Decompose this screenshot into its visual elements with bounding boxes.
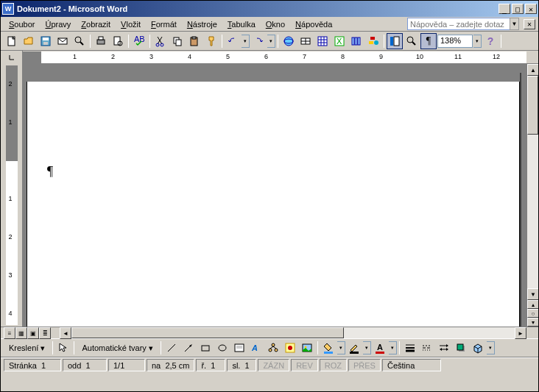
hyperlink-button[interactable] xyxy=(281,33,297,49)
line-color-button[interactable] xyxy=(346,340,362,356)
oval-button[interactable] xyxy=(214,340,230,356)
fill-color-dropdown[interactable]: ▾ xyxy=(337,341,345,354)
help-search-dropdown[interactable]: ▼ xyxy=(510,18,519,30)
undo-dropdown[interactable]: ▾ xyxy=(242,35,250,48)
close-button[interactable]: ✕ xyxy=(525,4,537,14)
menu-upravy[interactable]: Úpravy xyxy=(40,18,76,30)
menu-vlozit[interactable]: Vložit xyxy=(116,18,146,30)
scroll-down-button[interactable]: ▼ xyxy=(527,288,539,300)
excel-button[interactable]: X xyxy=(331,33,348,49)
help-button[interactable]: ? xyxy=(482,33,499,49)
redo-dropdown[interactable]: ▾ xyxy=(267,35,275,48)
fill-color-button[interactable] xyxy=(320,340,337,356)
paste-button[interactable] xyxy=(186,33,202,49)
menu-tabulka[interactable]: Tabulka xyxy=(222,18,261,30)
scroll-left-button[interactable]: ◄ xyxy=(60,327,71,339)
status-rec[interactable]: ZÁZN xyxy=(258,359,289,371)
open-button[interactable] xyxy=(21,33,37,49)
copy-button[interactable] xyxy=(169,33,186,49)
save-button[interactable] xyxy=(38,33,54,49)
horizontal-ruler[interactable]: 1 2 3 4 5 6 7 8 9 10 11 12 xyxy=(23,51,526,63)
print-layout-button[interactable]: ▣ xyxy=(27,327,39,339)
font-color-dropdown[interactable]: ▾ xyxy=(389,341,397,354)
cut-button[interactable] xyxy=(152,33,169,49)
3d-dropdown[interactable]: ▾ xyxy=(487,341,495,354)
rectangle-button[interactable] xyxy=(197,340,214,356)
tables-borders-button[interactable] xyxy=(297,33,314,49)
next-page-button[interactable]: ▾ xyxy=(527,318,539,327)
drawing-toggle-button[interactable] xyxy=(365,33,381,49)
menu-soubor[interactable]: Soubor xyxy=(4,18,40,30)
show-pilcrow-button[interactable]: ¶ xyxy=(420,33,437,49)
svg-rect-7 xyxy=(97,40,105,44)
print-preview-button[interactable] xyxy=(110,33,126,49)
zoom-input[interactable]: 138% xyxy=(437,35,473,48)
line-button[interactable] xyxy=(163,340,180,356)
window-title: Dokument2 - Microsoft Word xyxy=(17,4,499,13)
maximize-button[interactable]: □ xyxy=(512,4,524,14)
minimize-button[interactable]: _ xyxy=(499,4,510,14)
help-search-input[interactable] xyxy=(407,18,510,30)
doc-map-button[interactable] xyxy=(387,33,403,49)
wordart-button[interactable]: A xyxy=(248,340,264,356)
svg-rect-32 xyxy=(358,38,360,45)
normal-view-button[interactable]: ≡ xyxy=(4,327,15,339)
menu-napoveda[interactable]: Nápověda xyxy=(290,18,337,30)
draw-menu[interactable]: Kreslení ▾ xyxy=(4,341,50,355)
svg-rect-34 xyxy=(369,41,373,44)
view-buttons: ≡ ▦ ▣ ≣ xyxy=(1,327,60,338)
search-button[interactable] xyxy=(71,33,88,49)
document-canvas[interactable]: ¶ xyxy=(23,64,526,327)
textbox-button[interactable] xyxy=(231,340,247,356)
status-language[interactable]: Čeština xyxy=(382,359,441,371)
status-ovr[interactable]: PŘES xyxy=(348,359,381,371)
status-ext[interactable]: ROZ xyxy=(320,359,347,371)
autoshapes-menu[interactable]: Automatické tvary ▾ xyxy=(77,341,158,355)
menu-format[interactable]: Formát xyxy=(146,18,182,30)
diagram-button[interactable] xyxy=(265,340,281,356)
email-button[interactable] xyxy=(54,33,71,49)
format-painter-button[interactable] xyxy=(203,33,219,49)
undo-button[interactable] xyxy=(225,33,241,49)
vscroll-thumb[interactable] xyxy=(527,76,538,135)
web-view-button[interactable]: ▦ xyxy=(15,327,27,339)
menu-okno[interactable]: Okno xyxy=(261,18,290,30)
line-color-dropdown[interactable]: ▾ xyxy=(363,341,371,354)
hscroll-thumb[interactable] xyxy=(71,327,344,338)
status-at: na 2,5 cm xyxy=(147,359,194,371)
new-doc-button[interactable] xyxy=(4,33,20,49)
prev-page-button[interactable]: ▴ xyxy=(527,300,539,309)
line-style-button[interactable] xyxy=(402,340,418,356)
menu-nastroje[interactable]: Nástroje xyxy=(182,18,222,30)
outline-view-button[interactable]: ≣ xyxy=(39,327,51,339)
insert-picture-button[interactable] xyxy=(299,340,315,356)
page[interactable]: ¶ xyxy=(27,71,520,327)
redo-button[interactable] xyxy=(250,33,267,49)
zoom-dropdown[interactable]: ▾ xyxy=(473,35,482,48)
columns-button[interactable] xyxy=(348,33,364,49)
font-color-button[interactable]: A xyxy=(372,340,388,356)
select-objects-button[interactable] xyxy=(55,340,71,356)
scroll-right-button[interactable]: ► xyxy=(515,327,526,339)
print-button[interactable] xyxy=(93,33,109,49)
arrow-button[interactable] xyxy=(180,340,197,356)
insert-table-button[interactable] xyxy=(314,33,331,49)
vertical-ruler[interactable]: 2 1 1 2 3 4 xyxy=(6,65,18,325)
svg-line-40 xyxy=(168,344,175,352)
hscroll-track[interactable] xyxy=(71,327,515,338)
show-codes-button[interactable] xyxy=(404,33,420,49)
scroll-up-button[interactable]: ▲ xyxy=(527,64,539,76)
3d-button[interactable] xyxy=(470,340,486,356)
spellcheck-button[interactable]: ABC xyxy=(131,33,147,49)
browse-object-button[interactable]: ○ xyxy=(527,309,539,318)
arrow-style-button[interactable] xyxy=(436,340,452,356)
mdi-close-button[interactable]: ✕ xyxy=(524,19,535,29)
vscroll-track[interactable] xyxy=(527,76,538,288)
tab-selector[interactable] xyxy=(1,51,23,64)
dash-style-button[interactable] xyxy=(419,340,435,356)
clipart-button[interactable] xyxy=(282,340,298,356)
menu-bar: Soubor Úpravy Zobrazit Vložit Formát Nás… xyxy=(1,17,538,32)
status-rev[interactable]: REV xyxy=(291,359,318,371)
menu-zobrazit[interactable]: Zobrazit xyxy=(76,18,116,30)
shadow-button[interactable] xyxy=(453,340,469,356)
